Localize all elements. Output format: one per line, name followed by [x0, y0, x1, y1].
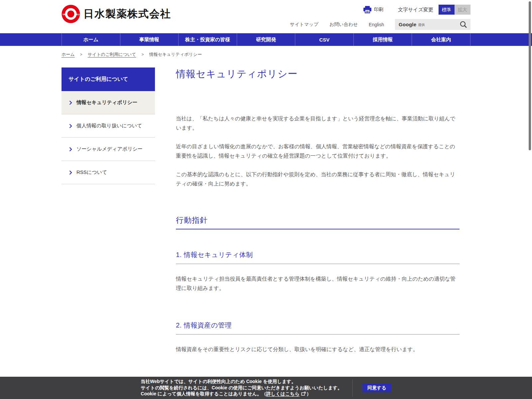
sidebar-item-rss[interactable]: RSSについて — [62, 161, 155, 184]
sitemap-link[interactable]: サイトマップ — [290, 22, 319, 28]
logo-mark-icon: YA KU — [62, 5, 80, 23]
breadcrumb-home[interactable]: ホーム — [62, 52, 75, 58]
print-button[interactable]: 印刷 — [363, 6, 383, 14]
intro-paragraph: 当社は、「私たちは人々の健康と幸せを実現する企業を目指します」という経営理念を軸… — [176, 114, 460, 133]
cookie-separator — [352, 379, 353, 397]
sidebar-item-privacy[interactable]: 個人情報の取り扱いについて — [62, 114, 155, 138]
nav-item-home[interactable]: ホーム — [62, 33, 120, 46]
nav-item-business[interactable]: 事業情報 — [120, 33, 179, 46]
sidebar-item-social-media[interactable]: ソーシャルメディアポリシー — [62, 138, 155, 161]
printer-icon — [363, 6, 372, 14]
logo-badge-left: YA — [63, 13, 66, 16]
font-size-standard-button[interactable]: 標準 — [439, 5, 455, 15]
nav-item-csv[interactable]: CSV — [295, 33, 353, 46]
breadcrumb-separator: > — [80, 52, 82, 57]
subsection-heading-1: 1. 情報セキュリティ体制 — [176, 250, 460, 264]
google-provided-label: 提供 — [418, 23, 425, 27]
cookie-details-link[interactable]: 詳しくはこちら — [266, 391, 300, 396]
nav-item-investors[interactable]: 株主・投資家の皆様 — [178, 33, 237, 46]
main-content: 情報セキュリティポリシー 当社は、「私たちは人々の健康と幸せを実現する企業を目指… — [176, 67, 460, 399]
intro-paragraph: この基本的な認識のもとに、以下の行動指針や規則を定め、当社の業務に従事する者に周… — [176, 170, 460, 189]
breadcrumb-site-usage[interactable]: サイトのご利用について — [88, 52, 136, 58]
breadcrumb-current: 情報セキュリティポリシー — [149, 52, 202, 58]
sidebar-item-label: RSSについて — [76, 169, 107, 176]
chevron-right-icon — [69, 124, 72, 128]
intro-paragraph: 近年の目ざましい情報化の進展のなかで、お客様の情報、個人情報、営業秘密情報などの… — [176, 142, 460, 161]
section-heading-guidelines: 行動指針 — [176, 215, 460, 229]
cookie-banner: 当社Webサイトでは、サイトの利便性向上のため Cookie を使用します。 サ… — [0, 377, 532, 399]
logo[interactable]: YA KU 日水製薬株式会社 — [62, 5, 171, 23]
sidebar-item-label: 情報セキュリティポリシー — [76, 99, 137, 106]
subsection-body-2: 情報資産をその重要性とリスクに応じて分類し、取扱いを明確にするなど、適正な管理を… — [176, 345, 460, 354]
cookie-line-2: サイトの閲覧を続行されるには、Cookie の使用にご同意いただきますようお願い… — [141, 385, 342, 391]
cookie-line-3: Cookie によって個人情報を取得することはありません。（詳しくはこちら） — [141, 391, 342, 397]
cookie-line-1: 当社Webサイトでは、サイトの利便性向上のため Cookie を使用します。 — [141, 378, 342, 385]
subsection-body-1: 情報セキュリティ担当役員を最高責任者とする管理体制を構築し、情報セキュリティの維… — [176, 274, 460, 293]
print-label: 印刷 — [374, 7, 383, 13]
nav-item-rnd[interactable]: 研究開発 — [237, 33, 295, 46]
sidebar-item-security-policy[interactable]: 情報セキュリティポリシー — [62, 91, 155, 114]
google-branding: Google — [399, 22, 416, 27]
contact-link[interactable]: お問い合わせ — [330, 22, 358, 28]
cookie-message: 当社Webサイトでは、サイトの利便性向上のため Cookie を使用します。 サ… — [141, 378, 342, 397]
breadcrumb: ホーム > サイトのご利用について > 情報セキュリティポリシー — [62, 52, 470, 58]
subsection-heading-2: 2. 情報資産の管理 — [176, 321, 460, 334]
sidebar-item-label: 個人情報の取り扱いについて — [76, 123, 142, 129]
sidebar-item-label: ソーシャルメディアポリシー — [76, 146, 143, 152]
sidebar: サイトのご利用について 情報セキュリティポリシー 個人情報の取り扱いについて ソ… — [62, 67, 155, 184]
sidebar-title[interactable]: サイトのご利用について — [62, 67, 155, 91]
global-nav: ホーム 事業情報 株主・投資家の皆様 研究開発 CSV 採用情報 会社案内 — [0, 33, 532, 46]
chevron-right-icon — [69, 100, 72, 105]
chevron-right-icon — [69, 147, 72, 152]
header-utilities: 印刷 文字サイズ変更 標準 拡大 サイトマップ お問い合わせ English G… — [290, 0, 470, 30]
logo-badge-right: KU — [76, 13, 80, 16]
page-title: 情報セキュリティポリシー — [176, 67, 460, 81]
nav-item-recruit[interactable]: 採用情報 — [353, 33, 412, 46]
cookie-agree-button[interactable]: 同意する — [362, 384, 391, 392]
external-link-icon — [301, 391, 306, 397]
chevron-right-icon — [69, 170, 72, 175]
search-icon[interactable] — [460, 21, 467, 29]
company-name: 日水製薬株式会社 — [83, 7, 171, 21]
breadcrumb-separator: > — [141, 52, 144, 57]
site-header: YA KU 日水製薬株式会社 — [0, 0, 532, 33]
english-link[interactable]: English — [369, 22, 384, 27]
scrollbar-thumb[interactable] — [529, 1, 531, 150]
search-input[interactable]: Google 提供 — [395, 19, 470, 30]
nav-item-company[interactable]: 会社案内 — [412, 33, 470, 46]
font-size-large-button[interactable]: 拡大 — [455, 5, 470, 15]
font-size-label: 文字サイズ変更 — [398, 7, 433, 13]
